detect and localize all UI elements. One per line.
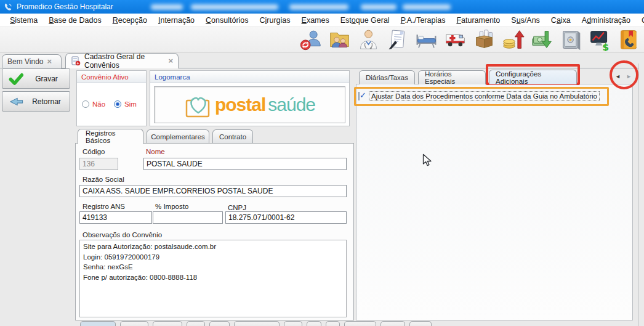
phone-directory-icon[interactable] xyxy=(616,28,641,52)
menu-consultorios[interactable]: Consultórios xyxy=(201,15,253,26)
logomarca-image: postal saúde xyxy=(154,86,345,123)
window-title: Promedico Gestão Hospitalar xyxy=(17,2,113,11)
tab-label: Cadastro Geral de Convênios xyxy=(84,52,164,70)
bottom-tab-stub[interactable] xyxy=(153,321,182,326)
nome-field[interactable] xyxy=(143,158,347,170)
app-phone-icon xyxy=(4,2,13,12)
ambulance-icon[interactable] xyxy=(443,28,467,52)
contract-document-icon[interactable] xyxy=(385,28,409,52)
panel-splitter[interactable] xyxy=(638,63,639,326)
bottom-tab-stub[interactable] xyxy=(326,321,340,326)
menu-caixa[interactable]: Caixa xyxy=(546,15,576,26)
bottom-tab-stub[interactable] xyxy=(187,321,205,326)
menu-cirurgias[interactable]: Cirurgias xyxy=(255,15,296,26)
registro-ans-label: Registro ANS xyxy=(83,203,125,210)
tab-label: Registros Básicos xyxy=(86,129,135,144)
app-window: Promedico Gestão Hospitalar Sistema Base… xyxy=(0,0,644,326)
gravar-button[interactable]: Gravar xyxy=(2,68,70,89)
logo-text-saude: saúde xyxy=(268,94,315,115)
tab-diarias-taxas[interactable]: Diárias/Taxas xyxy=(359,70,415,84)
annotation-red-circle xyxy=(610,60,638,89)
retornar-button[interactable]: Retornar xyxy=(2,91,70,112)
menu-faturamento[interactable]: Faturamento xyxy=(451,15,505,26)
menu-custo[interactable]: Custo xyxy=(637,15,644,26)
logomarca-group: Logomarca postal saúde xyxy=(150,70,350,126)
tab-bem-vindo[interactable]: Bem Vindo × xyxy=(2,54,62,68)
envelope-heart-icon xyxy=(184,93,212,119)
cnpj-label: CNPJ xyxy=(228,204,246,211)
radio-nao[interactable]: Não xyxy=(82,100,105,108)
convenio-ativo-caption: Convênio Ativo xyxy=(77,71,146,83)
menu-base-de-dados[interactable]: Base de Dados xyxy=(44,15,106,26)
patient-folder-icon[interactable] xyxy=(327,28,352,52)
hospital-bed-icon[interactable] xyxy=(414,28,438,52)
tab-configuracoes-adicionais[interactable]: Configurações Adicionais xyxy=(489,70,577,84)
logo-text-postal: postal xyxy=(215,94,265,115)
menu-recepcao[interactable]: Recepção xyxy=(108,15,152,26)
convenio-ativo-group: Convênio Ativo Não Sim xyxy=(76,70,147,126)
bottom-tab-stub[interactable] xyxy=(380,321,405,326)
radio-circle xyxy=(82,100,89,108)
close-icon[interactable]: × xyxy=(168,58,173,64)
razao-social-field[interactable] xyxy=(79,185,347,197)
bottom-tab-stub[interactable] xyxy=(80,321,116,326)
tab-contrato[interactable]: Contrato xyxy=(212,129,253,144)
radio-sim[interactable]: Sim xyxy=(114,100,137,108)
menu-bar: Sistema Base de Dados Recepção Internaçã… xyxy=(0,14,644,27)
stock-box-icon[interactable] xyxy=(472,28,496,52)
redacted-text xyxy=(403,4,451,10)
cnpj-field[interactable] xyxy=(225,211,347,224)
safe-vault-icon[interactable] xyxy=(558,28,583,52)
bottom-tab-stub[interactable] xyxy=(307,321,321,326)
tab-cadastro-geral-convenios[interactable]: Cadastro Geral de Convênios × xyxy=(65,53,179,68)
close-icon[interactable]: × xyxy=(47,59,52,65)
revenue-up-icon[interactable] xyxy=(501,28,525,52)
bottom-tab-stub[interactable] xyxy=(409,321,432,326)
menu-sus-ans[interactable]: Sus/Ans xyxy=(506,15,545,26)
finance-monitor-icon[interactable]: $ xyxy=(587,28,612,52)
arrow-left-icon xyxy=(9,96,23,108)
radio-nao-label: Não xyxy=(92,100,105,108)
radio-sim-label: Sim xyxy=(124,100,137,108)
redacted-text xyxy=(151,4,183,10)
document-badge-icon xyxy=(71,56,81,66)
logomarca-caption: Logomarca xyxy=(150,71,349,83)
bottom-tab-stub[interactable] xyxy=(284,321,302,326)
menu-sistema[interactable]: Sistema xyxy=(5,15,42,26)
menu-administracao[interactable]: Administração xyxy=(577,15,635,26)
doctor-icon[interactable] xyxy=(356,28,380,52)
retornar-label: Retornar xyxy=(30,97,63,106)
sync-contacts-icon[interactable] xyxy=(298,28,323,52)
tab-label: Bem Vindo xyxy=(7,57,43,66)
imposto-field[interactable] xyxy=(153,211,223,224)
tab-label: Diárias/Taxas xyxy=(366,74,408,81)
bottom-tab-stub[interactable] xyxy=(344,321,376,326)
tab-label: Contrato xyxy=(219,133,246,141)
tab-registros-basicos[interactable]: Registros Básicos xyxy=(78,129,143,144)
nome-label: Nome xyxy=(146,148,165,155)
redacted-text xyxy=(361,4,396,10)
bottom-tab-stub[interactable] xyxy=(120,321,148,326)
bottom-tab-stub[interactable] xyxy=(209,321,230,326)
redacted-text xyxy=(289,4,348,10)
razao-social-label: Razão Social xyxy=(83,176,124,183)
menu-internacao[interactable]: Internação xyxy=(153,15,199,26)
observacoes-label: Observaçõs do Convênio xyxy=(83,231,162,238)
money-down-icon[interactable] xyxy=(529,28,554,52)
codigo-label: Código xyxy=(83,148,105,155)
radio-circle xyxy=(114,100,121,108)
menu-pa-terapias[interactable]: P.A./Terapias xyxy=(396,15,451,26)
bottom-tab-stub[interactable] xyxy=(234,321,280,326)
title-bar: Promedico Gestão Hospitalar xyxy=(0,0,644,14)
tab-label: Complementares xyxy=(151,133,205,141)
tab-horarios-especiais[interactable]: Horários Especiais xyxy=(418,70,486,84)
tab-label: Configurações Adicionais xyxy=(496,70,570,85)
menu-estoque-geral[interactable]: Estoque Geral xyxy=(336,15,395,26)
tool-bar: $ xyxy=(0,27,644,53)
codigo-field[interactable] xyxy=(79,158,118,170)
registro-ans-field[interactable] xyxy=(79,211,152,224)
menu-exames[interactable]: Exames xyxy=(297,15,334,26)
tab-complementares[interactable]: Complementares xyxy=(147,129,209,144)
gravar-label: Gravar xyxy=(30,75,63,83)
observacoes-field[interactable]: Site para Autorização: postalsaude.com.b… xyxy=(79,240,347,317)
